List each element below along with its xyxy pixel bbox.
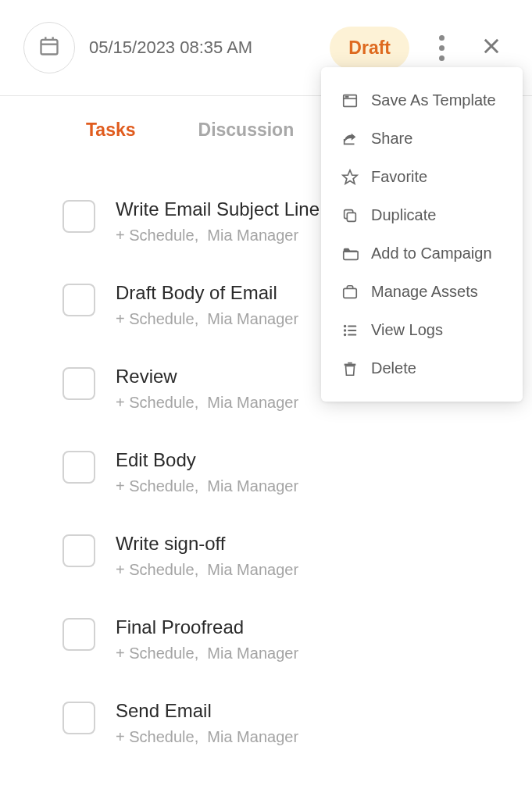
- task-assignee[interactable]: Mia Manager: [207, 477, 298, 495]
- tab-tasks[interactable]: Tasks: [86, 120, 136, 141]
- more-menu-button[interactable]: [423, 27, 460, 69]
- task-assignee[interactable]: Mia Manager: [207, 227, 298, 244]
- menu-label: Share: [371, 130, 412, 148]
- menu-label: Manage Assets: [371, 283, 478, 301]
- menu-label: Favorite: [371, 168, 427, 186]
- trash-icon: [341, 360, 359, 377]
- schedule-link[interactable]: + Schedule,: [116, 561, 198, 578]
- task-checkbox[interactable]: [62, 284, 95, 316]
- menu-label: View Logs: [371, 321, 443, 339]
- datetime-label: 05/15/2023 08:35 AM: [89, 38, 316, 58]
- task-assignee[interactable]: Mia Manager: [207, 561, 298, 578]
- task-assignee[interactable]: Mia Manager: [207, 310, 298, 327]
- task-title[interactable]: Final Proofread: [116, 616, 501, 638]
- svg-point-8: [345, 96, 346, 97]
- menu-label: Delete: [371, 359, 416, 377]
- close-icon: [480, 46, 502, 59]
- folder-icon: [341, 245, 359, 262]
- menu-add-to-campaign[interactable]: Add to Campaign: [321, 234, 523, 273]
- tab-discussion[interactable]: Discussion: [198, 120, 295, 141]
- task-assignee[interactable]: Mia Manager: [207, 394, 298, 411]
- schedule-link[interactable]: + Schedule,: [116, 227, 198, 244]
- task-checkbox[interactable]: [62, 451, 95, 484]
- task-meta: + Schedule, Mia Manager: [116, 728, 501, 746]
- menu-share[interactable]: Share: [321, 120, 523, 158]
- task-item: Edit Body + Schedule, Mia Manager: [62, 449, 501, 495]
- task-checkbox[interactable]: [62, 702, 95, 734]
- task-meta: + Schedule, Mia Manager: [116, 645, 501, 662]
- svg-point-17: [344, 333, 346, 335]
- schedule-link[interactable]: + Schedule,: [116, 645, 198, 662]
- share-icon: [341, 130, 359, 148]
- svg-point-13: [344, 324, 346, 327]
- task-item: Send Email + Schedule, Mia Manager: [62, 700, 501, 746]
- menu-favorite[interactable]: Favorite: [321, 158, 523, 196]
- svg-rect-18: [348, 334, 356, 335]
- menu-duplicate[interactable]: Duplicate: [321, 196, 523, 234]
- star-icon: [341, 169, 359, 186]
- status-badge: Draft: [330, 27, 409, 70]
- schedule-link[interactable]: + Schedule,: [116, 394, 198, 411]
- task-assignee[interactable]: Mia Manager: [207, 728, 298, 745]
- svg-rect-0: [41, 40, 58, 55]
- task-title[interactable]: Write sign-off: [116, 533, 501, 555]
- svg-rect-16: [348, 329, 356, 330]
- task-checkbox[interactable]: [62, 534, 95, 567]
- schedule-link[interactable]: + Schedule,: [116, 477, 198, 495]
- svg-marker-10: [343, 170, 357, 183]
- task-checkbox[interactable]: [62, 200, 95, 233]
- copy-icon: [341, 207, 359, 224]
- close-button[interactable]: [474, 29, 509, 66]
- list-icon: [341, 322, 359, 339]
- svg-point-9: [348, 96, 348, 97]
- calendar-icon: [38, 35, 60, 60]
- task-item: Write sign-off + Schedule, Mia Manager: [62, 533, 501, 579]
- task-meta: + Schedule, Mia Manager: [116, 477, 501, 495]
- briefcase-icon: [341, 284, 359, 301]
- schedule-link[interactable]: + Schedule,: [116, 310, 198, 327]
- task-title[interactable]: Edit Body: [116, 449, 501, 471]
- template-icon: [341, 92, 359, 109]
- svg-rect-11: [347, 212, 355, 221]
- calendar-button[interactable]: [23, 22, 75, 73]
- task-meta: + Schedule, Mia Manager: [116, 561, 501, 579]
- menu-save-as-template[interactable]: Save As Template: [321, 81, 523, 120]
- task-assignee[interactable]: Mia Manager: [207, 645, 298, 662]
- task-checkbox[interactable]: [62, 367, 95, 400]
- task-checkbox[interactable]: [62, 618, 95, 651]
- menu-label: Duplicate: [371, 206, 436, 224]
- menu-manage-assets[interactable]: Manage Assets: [321, 273, 523, 311]
- svg-rect-12: [344, 288, 357, 298]
- menu-label: Save As Template: [371, 91, 496, 109]
- menu-label: Add to Campaign: [371, 245, 492, 262]
- task-title[interactable]: Send Email: [116, 700, 501, 722]
- task-item: Final Proofread + Schedule, Mia Manager: [62, 616, 501, 662]
- svg-rect-14: [348, 325, 356, 327]
- svg-point-15: [344, 329, 346, 331]
- menu-delete[interactable]: Delete: [321, 349, 523, 388]
- menu-view-logs[interactable]: View Logs: [321, 311, 523, 349]
- more-menu-dropdown: Save As Template Share Favorite Duplicat…: [321, 67, 523, 402]
- schedule-link[interactable]: + Schedule,: [116, 728, 198, 745]
